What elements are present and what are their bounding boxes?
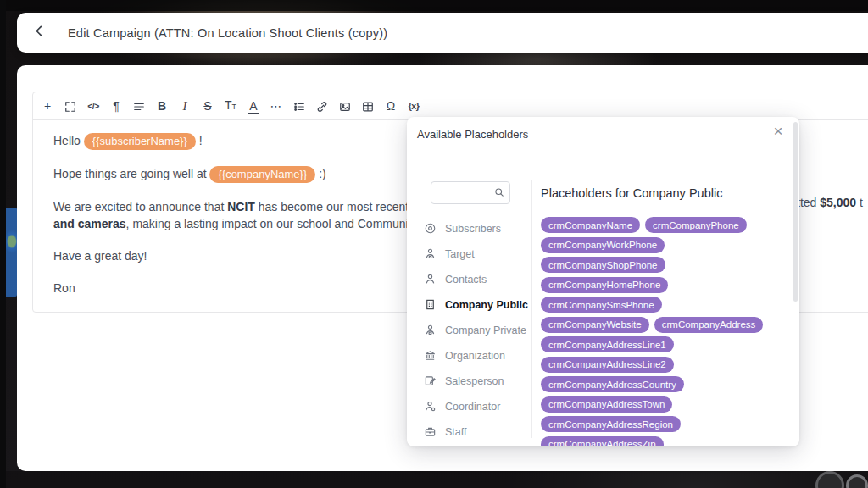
bold-icon[interactable]: B: [155, 99, 169, 113]
body-text: Hope things are going well at: [53, 167, 209, 180]
sidebar-item-salesperson[interactable]: Salesperson: [424, 369, 526, 394]
image-icon[interactable]: [338, 99, 352, 113]
pill-row: crmCompanyAddressLine2: [541, 357, 788, 373]
special-character-icon[interactable]: Ω: [384, 99, 398, 113]
sidebar-item-label: Company Private: [445, 324, 526, 336]
placeholder-pill[interactable]: crmCompanyAddressRegion: [541, 416, 681, 432]
body-text: t: [856, 196, 863, 209]
sidebar-item-coordinator[interactable]: Coordinator: [424, 394, 526, 419]
table-icon[interactable]: [361, 99, 375, 113]
pill-row: crmCompanySmsPhone: [541, 297, 788, 313]
company-building-icon: [424, 298, 437, 312]
placeholder-pill[interactable]: crmCompanyPhone: [645, 217, 747, 233]
bold-text: NCIT: [227, 200, 255, 214]
sidebar-item-label: Company Public: [445, 299, 528, 311]
sidebar-item-label: Coordinator: [445, 401, 500, 413]
staff-briefcase-icon: [424, 425, 437, 439]
bold-text: $5,000: [820, 196, 856, 209]
list-icon[interactable]: [292, 99, 306, 113]
sidebar-item-company-public[interactable]: Company Public: [424, 292, 526, 318]
align-icon[interactable]: [132, 99, 146, 113]
placeholder-pill[interactable]: crmCompanyName: [541, 217, 640, 233]
placeholder-chip[interactable]: {{companyName}}: [209, 166, 315, 183]
body-text: We are excited to announce that: [53, 200, 227, 214]
pill-row: crmCompanyWebsitecrmCompanyAddress: [541, 317, 788, 333]
body-text: !: [196, 134, 203, 147]
sidebar-item-staff[interactable]: Staff: [424, 419, 526, 445]
pill-row: crmCompanyAddressRegion: [541, 416, 788, 432]
modal-divider: [531, 180, 532, 438]
sidebar-item-label: Salesperson: [445, 375, 504, 387]
placeholder-pill[interactable]: crmCompanyShopPhone: [541, 257, 665, 273]
company-private-icon: [424, 324, 437, 337]
modal-scrollbar[interactable]: [793, 122, 798, 302]
close-icon[interactable]: ×: [769, 122, 787, 141]
body-text: , making a lasting impact on our school …: [126, 217, 418, 230]
bold-text: and cameras: [53, 217, 126, 230]
body-text: has become our most recent: [255, 200, 409, 214]
editor-text-fragment: tted $5,000 t: [797, 194, 863, 211]
source-code-icon[interactable]: </>: [86, 99, 100, 113]
body-text: Ron: [53, 281, 75, 295]
sidebar-item-subscribers[interactable]: Subscribers: [424, 216, 526, 241]
placeholder-pill[interactable]: crmCompanyAddressZip: [541, 436, 664, 447]
pill-row: crmCompanyShopPhone: [541, 257, 788, 273]
placeholder-pill[interactable]: crmCompanyAddress: [654, 317, 764, 333]
bottom-dark-strip: [0, 471, 868, 488]
more-options-icon[interactable]: ⋯: [270, 99, 283, 113]
pill-row: crmCompanyAddressCountry: [541, 376, 788, 392]
body-text: :): [315, 167, 326, 180]
placeholder-search: [431, 181, 510, 204]
pill-row: crmCompanyWorkPhone: [541, 237, 788, 253]
available-placeholders-modal: Available Placeholders × SubscribersTarg…: [407, 117, 799, 446]
sidebar-item-target[interactable]: Target: [424, 241, 526, 267]
chevron-left-icon: [33, 25, 46, 41]
placeholder-pill[interactable]: crmCompanyAddressCountry: [541, 376, 684, 392]
sidebar-item-contacts[interactable]: Contacts: [424, 267, 526, 292]
sidebar-item-company-private[interactable]: Company Private: [424, 318, 526, 343]
left-dark-edge: [0, 0, 6, 488]
subscribers-icon: [424, 222, 437, 236]
modal-title: Available Placeholders: [417, 128, 528, 141]
placeholder-pill[interactable]: crmCompanyHomePhone: [541, 277, 668, 293]
fullscreen-icon[interactable]: [64, 99, 77, 113]
search-input[interactable]: [431, 182, 494, 203]
top-dark-strip: [0, 0, 868, 11]
app-window: Edit Campaign (ATTN: On Location Shoot C…: [0, 0, 868, 488]
pill-row: crmCompanyHomePhone: [541, 277, 788, 293]
category-list: SubscribersTargetContactsCompany PublicC…: [424, 216, 526, 445]
target-user-icon: [424, 247, 437, 261]
search-icon[interactable]: [494, 186, 509, 201]
font-color-icon[interactable]: A: [247, 99, 260, 113]
page-header: Edit Campaign (ATTN: On Location Shoot C…: [17, 13, 868, 53]
link-icon[interactable]: [315, 99, 329, 113]
coordinator-person-icon: [424, 400, 437, 413]
strikethrough-icon[interactable]: S: [201, 99, 214, 113]
sidebar-item-label: Staff: [445, 426, 466, 438]
placeholder-pill[interactable]: crmCompanyAddressLine2: [541, 357, 674, 373]
font-size-icon[interactable]: TT: [224, 98, 237, 114]
sidebar-item-label: Target: [445, 248, 475, 260]
body-text: Hello: [53, 134, 84, 147]
add-icon[interactable]: +: [41, 99, 54, 113]
page-title: Edit Campaign (ATTN: On Location Shoot C…: [68, 26, 387, 40]
placeholder-pill[interactable]: crmCompanyWebsite: [541, 317, 649, 333]
placeholder-pill[interactable]: crmCompanyWorkPhone: [541, 237, 665, 253]
placeholder-variable-icon[interactable]: {x}: [407, 99, 420, 113]
placeholder-pill[interactable]: crmCompanyAddressLine1: [541, 336, 674, 352]
background-photo-detail: [4, 208, 17, 297]
pill-row: crmCompanyAddressLine1: [541, 336, 788, 352]
pill-row: crmCompanyAddressZip: [541, 436, 788, 447]
paragraph-format-icon[interactable]: ¶: [109, 99, 123, 113]
sidebar-item-organization[interactable]: Organization: [424, 343, 526, 369]
placeholders-panel-title: Placeholders for Company Public: [541, 186, 722, 200]
placeholder-chip[interactable]: {{subscriberName}}: [84, 133, 196, 150]
contact-person-icon: [424, 273, 437, 286]
italic-icon[interactable]: I: [178, 99, 192, 113]
sidebar-item-label: Organization: [445, 350, 505, 362]
back-button[interactable]: [17, 13, 61, 53]
placeholder-pill[interactable]: crmCompanyAddressTown: [541, 396, 672, 413]
sidebar-item-label: Subscribers: [445, 223, 501, 235]
placeholder-pill[interactable]: crmCompanySmsPhone: [541, 297, 662, 313]
body-text: Have a great day!: [53, 249, 147, 263]
